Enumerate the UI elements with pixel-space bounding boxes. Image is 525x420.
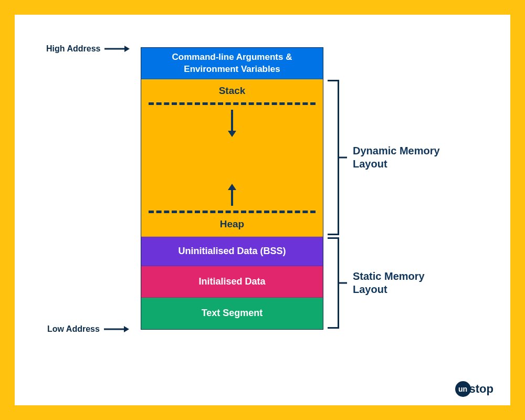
heap-label: Heap	[141, 218, 323, 231]
segment-init: Initialised Data	[141, 266, 323, 298]
group-static-label: Static Memory Layout	[353, 270, 425, 296]
group-dynamic: Dynamic Memory Layout	[328, 80, 440, 235]
memory-layout-column: Command-line Arguments & Environment Var…	[141, 47, 323, 330]
heap-boundary-dash	[149, 211, 316, 213]
segment-dynamic: Stack Heap	[141, 79, 323, 237]
segment-cmdline: Command-line Arguments & Environment Var…	[141, 48, 323, 79]
logo-text: stop	[469, 382, 494, 396]
arrow-up-icon	[226, 184, 238, 206]
group-dynamic-label: Dynamic Memory Layout	[353, 144, 440, 171]
low-address-text: Low Address	[47, 324, 100, 334]
logo-circle: un	[455, 381, 471, 397]
brand-logo: un stop	[455, 381, 494, 397]
segment-text-label: Text Segment	[202, 307, 263, 319]
svg-marker-3	[124, 326, 129, 332]
brace-icon	[328, 237, 339, 329]
segment-cmdline-label: Command-line Arguments & Environment Var…	[149, 51, 316, 75]
segment-bss-label: Uninitialised Data (BSS)	[178, 245, 286, 257]
low-address-label: Low Address	[47, 324, 129, 334]
stack-label: Stack	[141, 85, 323, 98]
svg-marker-7	[228, 184, 236, 190]
arrow-right-icon	[104, 45, 130, 53]
arrow-down-icon	[226, 110, 238, 137]
segment-text: Text Segment	[141, 298, 323, 329]
group-static: Static Memory Layout	[328, 237, 425, 329]
svg-marker-5	[228, 131, 236, 137]
stack-boundary-dash	[149, 102, 316, 105]
segment-init-label: Initialised Data	[198, 276, 265, 288]
high-address-label: High Address	[46, 44, 130, 54]
segment-bss: Uninitialised Data (BSS)	[141, 237, 323, 266]
brace-icon	[328, 80, 339, 235]
high-address-text: High Address	[46, 44, 100, 54]
diagram-canvas: High Address Low Address Command-line Ar…	[15, 15, 510, 405]
svg-marker-1	[124, 46, 130, 52]
arrow-right-icon	[104, 325, 129, 333]
